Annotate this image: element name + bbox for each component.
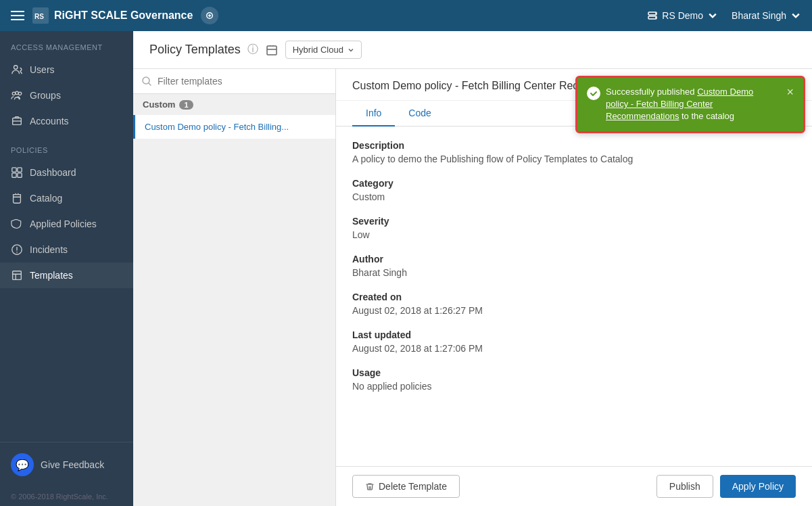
user-name-label: Bharat Singh — [732, 10, 786, 21]
sidebar-item-incidents[interactable]: Incidents — [0, 237, 133, 262]
created-on-field: Created on August 02, 2018 at 1:26:27 PM — [352, 292, 796, 316]
custom-group-header: Custom 1 — [133, 94, 335, 115]
hamburger-menu[interactable] — [11, 11, 24, 20]
apply-policy-button[interactable]: Apply Policy — [720, 475, 796, 498]
app-name: RiGHT SCALE Governance — [54, 9, 193, 22]
delete-template-button[interactable]: Delete Template — [352, 475, 460, 498]
copyright-text: © 2006-2018 RightScale, Inc. — [0, 492, 133, 506]
svg-rect-12 — [18, 168, 22, 172]
usage-value: No applied policies — [352, 381, 796, 392]
sidebar-item-accounts[interactable]: Accounts — [0, 108, 133, 134]
sidebar-item-applied-policies[interactable]: Applied Policies — [0, 211, 133, 237]
top-nav-right: RS Demo Bharat Singh — [647, 10, 801, 21]
sidebar-incidents-label: Incidents — [30, 244, 68, 255]
org-dropdown-button[interactable] — [201, 7, 218, 24]
feedback-icon: 💬 — [11, 453, 34, 476]
svg-point-8 — [18, 92, 22, 95]
cloud-button-label: Hybrid Cloud — [293, 45, 343, 55]
usage-field: Usage No applied policies — [352, 367, 796, 392]
page-header: Policy Templates ⓘ Hybrid Cloud — [133, 31, 812, 69]
publish-button[interactable]: Publish — [656, 475, 713, 498]
right-panel: Successfully published Custom Demo polic… — [336, 69, 812, 506]
template-item-label: Custom Demo policy - Fetch Billing... — [145, 122, 289, 132]
cloud-chevron-icon — [348, 47, 354, 53]
svg-rect-16 — [13, 271, 22, 280]
content-area: Policy Templates ⓘ Hybrid Cloud — [133, 31, 812, 506]
usage-label: Usage — [352, 367, 796, 378]
last-updated-value: August 02, 2018 at 1:27:06 PM — [352, 343, 796, 354]
svg-point-6 — [14, 66, 18, 69]
groups-icon — [11, 89, 23, 101]
svg-rect-14 — [18, 173, 22, 177]
info-icon[interactable]: ⓘ — [247, 43, 258, 57]
incidents-icon — [11, 244, 23, 256]
rs-demo-label: RS Demo — [662, 10, 703, 21]
search-icon — [141, 76, 152, 87]
trash-icon — [365, 482, 375, 491]
applied-policies-icon — [11, 218, 23, 230]
group-label: Custom — [143, 99, 175, 110]
notification-suffix: to the catalog — [679, 111, 734, 121]
success-notification: Successfully published Custom Demo polic… — [575, 76, 805, 133]
user-dropdown[interactable]: Bharat Singh — [732, 10, 801, 21]
severity-label: Severity — [352, 216, 796, 227]
sidebar-catalog-label: Catalog — [30, 193, 62, 204]
users-icon — [11, 64, 23, 76]
category-value: Custom — [352, 191, 796, 202]
tab-code[interactable]: Code — [395, 101, 444, 127]
tab-info-label: Info — [366, 108, 381, 118]
top-navigation: RS RiGHT SCALE Governance RS Demo — [0, 0, 812, 31]
sidebar-templates-label: Templates — [30, 270, 73, 281]
notification-close-button[interactable]: × — [786, 86, 794, 98]
sidebar-item-templates[interactable]: Templates — [0, 262, 133, 288]
detail-content: Description A policy to demo the Publish… — [336, 127, 812, 466]
sidebar: Access Management Users Groups — [0, 31, 133, 506]
last-updated-label: Last updated — [352, 329, 796, 340]
svg-point-9 — [16, 91, 19, 95]
left-panel: Custom 1 Custom Demo policy - Fetch Bill… — [133, 69, 336, 506]
main-layout: Access Management Users Groups — [0, 31, 812, 506]
notification-check-icon — [587, 87, 600, 100]
sidebar-dashboard-label: Dashboard — [30, 167, 76, 178]
tab-info[interactable]: Info — [352, 101, 395, 127]
policies-section: Policies — [0, 134, 133, 160]
sidebar-accounts-label: Accounts — [30, 116, 69, 127]
description-value: A policy to demo the Publishing flow of … — [352, 154, 796, 164]
author-field: Author Bharat Singh — [352, 254, 796, 278]
sidebar-bottom: 💬 Give Feedback — [0, 442, 133, 487]
rightscale-logo-icon: RS — [32, 7, 49, 24]
panels: Custom 1 Custom Demo policy - Fetch Bill… — [133, 69, 812, 506]
feedback-button[interactable]: 💬 Give Feedback — [11, 453, 122, 476]
rs-demo-dropdown[interactable]: RS Demo — [647, 10, 718, 21]
category-label: Category — [352, 178, 796, 189]
sidebar-groups-label: Groups — [30, 90, 61, 101]
sidebar-item-dashboard[interactable]: Dashboard — [0, 160, 133, 185]
server-icon — [647, 10, 658, 21]
notification-prefix: Successfully published — [606, 87, 697, 97]
filter-templates-input[interactable] — [158, 76, 327, 87]
templates-icon — [11, 269, 23, 281]
catalog-icon — [11, 192, 23, 204]
sidebar-item-groups[interactable]: Groups — [0, 83, 133, 108]
template-list-item[interactable]: Custom Demo policy - Fetch Billing... — [133, 115, 335, 139]
search-box — [133, 69, 335, 94]
templates-list: Custom 1 Custom Demo policy - Fetch Bill… — [133, 94, 335, 506]
accounts-icon — [11, 115, 23, 127]
svg-rect-11 — [12, 168, 16, 172]
description-field: Description A policy to demo the Publish… — [352, 140, 796, 164]
sidebar-item-users[interactable]: Users — [0, 57, 133, 83]
publish-label: Publish — [669, 481, 700, 492]
apply-policy-label: Apply Policy — [732, 481, 784, 492]
hybrid-cloud-dropdown[interactable]: Hybrid Cloud — [285, 41, 362, 59]
feedback-label: Give Feedback — [41, 459, 104, 470]
sidebar-applied-policies-label: Applied Policies — [30, 218, 97, 229]
building-icon — [265, 43, 279, 57]
sidebar-users-label: Users — [30, 64, 55, 75]
sidebar-item-catalog[interactable]: Catalog — [0, 185, 133, 211]
notification-inner: Successfully published Custom Demo polic… — [587, 86, 794, 123]
app-logo: RS RiGHT SCALE Governance — [32, 7, 193, 24]
author-label: Author — [352, 254, 796, 264]
svg-text:RS: RS — [34, 13, 44, 20]
bottom-bar: Delete Template Publish Apply Policy — [336, 466, 812, 506]
svg-rect-13 — [12, 173, 16, 177]
